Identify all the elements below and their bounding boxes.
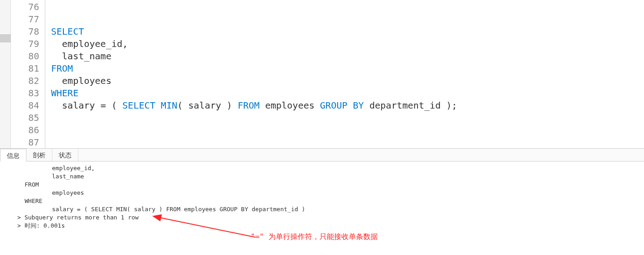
sql-keyword: SELECT	[123, 100, 155, 111]
output-console[interactable]: employee_id,last_nameFROMemployeesWHEREs…	[0, 161, 644, 255]
sql-token	[155, 100, 161, 111]
tab-0[interactable]: 信息	[0, 149, 26, 161]
code-line[interactable]	[46, 1, 644, 13]
code-line[interactable]: employees	[46, 75, 644, 87]
console-line: employee_id,	[1, 164, 643, 172]
line-number: 84	[11, 99, 45, 112]
line-number: 83	[11, 87, 45, 99]
sql-token: ( salary )	[177, 100, 237, 111]
sql-keyword: WHERE	[51, 88, 78, 99]
console-line: > Subquery returns more than 1 row	[1, 213, 643, 222]
line-number: 79	[11, 38, 45, 50]
console-line: FROM	[1, 181, 643, 189]
console-line: salary = ( SELECT MIN( salary ) FROM emp…	[1, 205, 643, 213]
code-editor[interactable]: SELECT employee_id, last_nameFROM employ…	[46, 0, 644, 148]
sql-token: employees	[260, 100, 320, 111]
console-line: employees	[1, 189, 643, 197]
app-root: 767778798081828384858687 SELECT employee…	[0, 0, 644, 255]
code-line[interactable]	[46, 13, 644, 26]
code-line[interactable]: FROM	[46, 62, 644, 75]
editor-pane: 767778798081828384858687 SELECT employee…	[0, 0, 644, 149]
line-number: 77	[11, 13, 45, 26]
sql-token: =	[100, 100, 106, 111]
line-number-gutter: 767778798081828384858687	[11, 0, 46, 148]
sql-keyword: SELECT	[51, 26, 84, 37]
code-line[interactable]	[46, 124, 644, 136]
sql-token: employees	[51, 75, 111, 86]
output-tabs: 信息剖析状态	[0, 149, 644, 161]
line-number: 78	[11, 26, 45, 38]
code-line[interactable]: WHERE	[46, 87, 644, 99]
console-line: > 时间: 0.001s	[1, 222, 643, 230]
sql-token: salary	[51, 100, 100, 111]
sql-token: last_name	[51, 51, 111, 62]
line-number: 81	[11, 62, 45, 75]
current-line-marker	[0, 34, 11, 42]
line-number: 85	[11, 112, 45, 124]
line-number: 82	[11, 75, 45, 87]
line-number: 87	[11, 136, 45, 149]
code-line[interactable]	[46, 136, 644, 148]
sql-token: department_id );	[364, 100, 457, 111]
console-line: WHERE	[1, 197, 643, 205]
sql-token: (	[106, 100, 122, 111]
annotation-label: "=" 为单行操作符，只能接收单条数据	[251, 232, 378, 242]
code-line[interactable]: last_name	[46, 50, 644, 62]
tab-2[interactable]: 状态	[52, 149, 78, 161]
sql-keyword: FROM	[51, 63, 73, 74]
line-number: 86	[11, 124, 45, 136]
line-number: 76	[11, 1, 45, 13]
console-line: last_name	[1, 172, 643, 181]
editor-marker-strip	[0, 0, 11, 148]
line-number: 80	[11, 50, 45, 62]
code-line[interactable]: employee_id,	[46, 38, 644, 50]
sql-token: employee_id,	[51, 38, 128, 49]
sql-keyword: GROUP BY	[320, 100, 364, 111]
tab-1[interactable]: 剖析	[26, 149, 52, 161]
sql-keyword: MIN	[161, 100, 177, 111]
code-line[interactable]	[46, 112, 644, 124]
code-line[interactable]: SELECT	[46, 26, 644, 38]
sql-keyword: FROM	[237, 100, 259, 111]
code-line[interactable]: salary = ( SELECT MIN( salary ) FROM emp…	[46, 99, 644, 112]
